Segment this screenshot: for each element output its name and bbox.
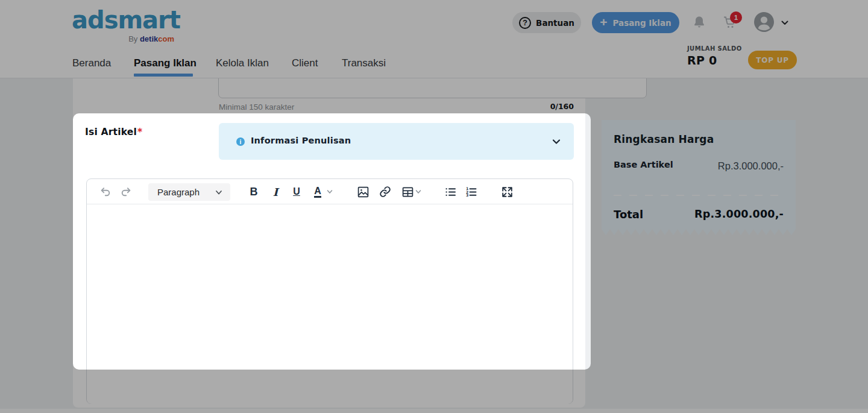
article-content-label: Isi Artikel* [85, 127, 142, 137]
dashed-divider [614, 195, 784, 196]
cart-badge: 1 [730, 11, 742, 24]
adsmart-logo-text: adsmart [72, 6, 175, 34]
balance-block: JUMLAH SALDO RP 0 [687, 45, 742, 67]
avatar[interactable] [754, 12, 774, 32]
forecolor-chevron-down-icon[interactable] [326, 187, 334, 197]
writing-info-title: Informasi Penulisan [251, 136, 351, 145]
editor-toolbar: Paragraph B I U A [87, 179, 573, 204]
nav-item-transaksi[interactable]: Transaksi [342, 57, 386, 69]
adsmart-logo[interactable]: adsmart By detikcom [72, 6, 175, 43]
price-row-value: Rp.3.000.000,- [718, 160, 784, 172]
table-chevron-down-icon[interactable] [414, 187, 423, 197]
help-button[interactable]: ? Bantuan [512, 12, 581, 33]
link-icon[interactable] [377, 184, 393, 200]
detikcom-logo-text: By detikcom [72, 35, 175, 43]
rich-text-editor: Paragraph B I U A [86, 178, 573, 404]
image-icon[interactable] [355, 184, 371, 200]
underline-button[interactable]: U [289, 184, 304, 200]
account-chevron-down-icon[interactable] [781, 19, 789, 27]
receipt-zigzag-edge [602, 229, 796, 235]
help-button-label: Bantuan [536, 18, 574, 28]
active-tab-underline [134, 74, 193, 77]
nav-item-kelola-iklan[interactable]: Kelola Iklan [216, 57, 269, 69]
select-chevron-down-icon [215, 188, 223, 197]
required-asterisk: * [137, 127, 142, 137]
article-form-card: Minimal 150 karakter 0/160 Isi Artikel* … [73, 24, 585, 408]
info-icon: i [236, 137, 245, 146]
accordion-chevron-down-icon[interactable] [552, 137, 561, 147]
balance-label: JUMLAH SALDO [687, 45, 742, 52]
editor-content-area[interactable] [87, 204, 573, 404]
writing-info-accordion[interactable]: i Informasi Penulisan [219, 123, 574, 160]
table-icon[interactable] [400, 184, 415, 200]
paragraph-style-select[interactable]: Paragraph [148, 183, 230, 201]
price-total-value: Rp.3.000.000,- [694, 208, 784, 220]
post-ad-button[interactable]: + Pasang Iklan [592, 12, 679, 33]
paragraph-select-label: Paragraph [157, 187, 215, 197]
undo-icon[interactable] [98, 184, 113, 200]
summary-char-counter: 0/160 [453, 102, 574, 111]
plus-icon: + [600, 16, 607, 28]
price-row-label: Base Artikel [614, 160, 673, 169]
footer-strip [0, 409, 868, 413]
question-mark-icon: ? [519, 17, 531, 29]
numbered-list-icon[interactable]: 123 [463, 184, 479, 200]
price-summary-body: Ringkasan Harga Base Artikel Rp.3.000.00… [602, 120, 796, 229]
notification-bell-icon[interactable] [692, 15, 706, 30]
nav-item-beranda[interactable]: Beranda [72, 57, 111, 69]
svg-text:3: 3 [466, 193, 468, 197]
nav-item-client[interactable]: Client [292, 57, 318, 69]
summary-helper-text: Minimal 150 karakter [219, 102, 294, 112]
bullet-list-icon[interactable] [442, 184, 458, 200]
post-ad-button-label: Pasang Iklan [613, 18, 671, 28]
forecolor-button[interactable]: A [310, 184, 326, 200]
bold-button[interactable]: B [246, 184, 262, 200]
price-summary-card: Ringkasan Harga Base Artikel Rp.3.000.00… [602, 120, 796, 235]
nav-item-pasang-iklan[interactable]: Pasang Iklan [134, 57, 197, 69]
top-navigation-bar: adsmart By detikcom ? Bantuan + Pasang I… [0, 0, 868, 78]
balance-value: RP 0 [687, 54, 742, 67]
fullscreen-icon[interactable] [499, 184, 515, 200]
price-summary-title: Ringkasan Harga [614, 133, 714, 145]
redo-icon[interactable] [118, 184, 134, 200]
topup-button[interactable]: TOP UP [748, 51, 797, 69]
price-total-label: Total [614, 208, 643, 221]
italic-button[interactable]: I [268, 184, 283, 200]
